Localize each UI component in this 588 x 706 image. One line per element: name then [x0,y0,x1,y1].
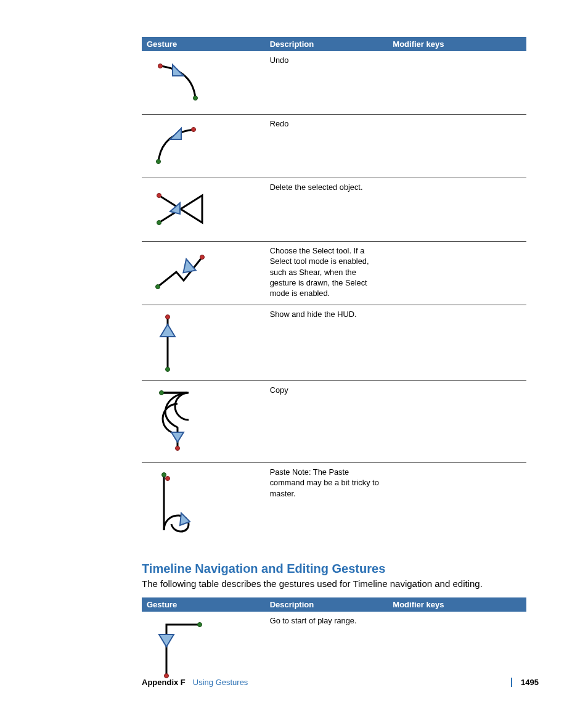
col-header-gesture: Gesture [142,37,265,51]
svg-point-0 [158,64,163,68]
cell-description: Delete the selected object. [265,178,388,242]
svg-point-9 [156,285,160,289]
table-row: Go to start of play range. [142,612,526,687]
svg-point-13 [166,314,170,319]
svg-marker-21 [171,432,184,442]
cell-modifier [388,51,526,115]
cell-modifier [388,612,526,687]
svg-point-14 [166,367,170,371]
svg-marker-2 [173,65,184,76]
table-row: Choose the Select tool. If a Select tool… [142,242,526,305]
cell-description: Show and hide the HUD. [265,305,388,381]
svg-point-4 [157,160,161,164]
svg-marker-5 [170,128,181,139]
table-row: Delete the selected object. [142,178,526,242]
cell-description: Undo [265,51,388,115]
gesture-hud-icon [149,311,186,376]
table-row: Show and hide the HUD. [142,305,526,381]
cell-modifier [388,115,526,178]
gesture-undo-icon [149,61,205,104]
cell-description: Redo [265,115,388,178]
col-header-gesture: Gesture [142,597,265,612]
cell-modifier [388,305,526,381]
svg-marker-28 [159,634,174,647]
gesture-goto-start-icon [149,617,211,682]
svg-point-20 [176,446,180,450]
table-row: Undo [142,51,526,115]
svg-point-27 [165,673,169,678]
svg-point-3 [192,128,196,132]
svg-marker-11 [178,259,195,277]
gesture-delete-icon [149,188,211,231]
cell-description: Go to start of play range. [265,612,388,687]
section-title-timeline: Timeline Navigation and Editing Gestures [142,562,526,576]
cell-modifier [388,242,526,305]
svg-point-6 [157,194,161,198]
gesture-paste-icon [149,469,205,540]
svg-point-24 [166,476,170,480]
svg-point-23 [162,472,166,477]
footer-chapter: Using Gestures [193,678,248,687]
page-footer: Appendix F Using Gestures 1495 [142,678,539,687]
svg-point-18 [160,390,164,395]
cell-description: Choose the Select tool. If a Select tool… [265,242,388,305]
svg-point-1 [194,96,198,101]
svg-point-26 [198,622,202,626]
cell-modifier [388,381,526,463]
svg-marker-15 [160,324,175,337]
gesture-table-editing: Gesture Description Modifier keys Undo [142,37,526,544]
page-number: 1495 [511,678,539,687]
table-row: Copy [142,381,526,463]
col-header-modifier: Modifier keys [388,597,526,612]
svg-point-10 [200,255,205,260]
cell-description: Copy [265,381,388,463]
table-row: Paste Note: The Paste command may be a b… [142,463,526,545]
gesture-redo-icon [149,125,205,168]
svg-point-7 [157,221,161,225]
col-header-description: Description [265,597,388,612]
gesture-table-timeline: Gesture Description Modifier keys Go to … [142,597,526,687]
footer-appendix: Appendix F [142,678,186,687]
col-header-description: Description [265,37,388,51]
table-row: Redo [142,115,526,178]
col-header-modifier: Modifier keys [388,37,526,51]
gesture-select-icon [149,248,211,298]
cell-modifier [388,178,526,242]
gesture-copy-icon [149,387,205,458]
cell-modifier [388,463,526,545]
cell-description: Paste Note: The Paste command may be a b… [265,463,388,545]
section-description: The following table describes the gestur… [142,578,526,589]
